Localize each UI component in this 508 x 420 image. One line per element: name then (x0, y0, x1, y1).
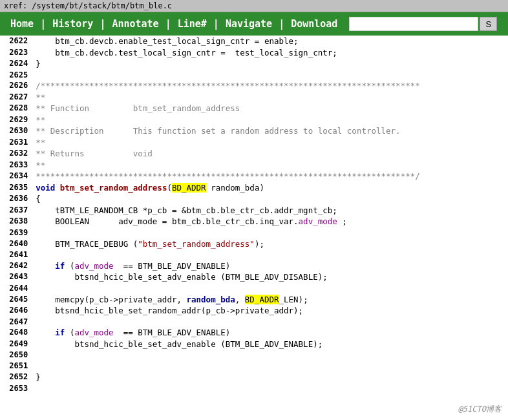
line-number: 2627 (0, 92, 33, 103)
line-number: 2625 (0, 70, 33, 81)
table-row: 2638 BOOLEAN adv_mode = btm_cb.ble_ctr_c… (0, 216, 508, 227)
line-number: 2628 (0, 103, 33, 114)
table-row: 2650 (0, 350, 508, 361)
table-row: 2625 (0, 70, 508, 81)
table-row: 2653 (0, 383, 508, 394)
table-row: 2648 if (adv_mode == BTM_BLE_ADV_ENABLE) (0, 327, 508, 339)
table-row: 2637 tBTM_LE_RANDOM_CB *p_cb = &btm_cb.b… (0, 205, 508, 216)
nav-go-button[interactable]: S (480, 17, 497, 31)
table-row: 2636{ (0, 193, 508, 205)
line-number: 2640 (0, 238, 33, 250)
table-row: 2639 (0, 227, 508, 238)
nav-lineno[interactable]: Line# (171, 14, 213, 34)
line-number: 2630 (0, 125, 33, 137)
nav-annotate[interactable]: Annotate (105, 14, 165, 34)
table-row: 2651 (0, 361, 508, 372)
line-number: 2639 (0, 227, 33, 238)
table-row: 2645 memcpy(p_cb->private_addr, random_b… (0, 294, 508, 306)
table-row: 2642 if (adv_mode == BTM_BLE_ADV_ENABLE) (0, 260, 508, 272)
line-code: BOOLEAN adv_mode = btm_cb.ble_ctr_cb.inq… (33, 216, 508, 227)
line-number: 2638 (0, 216, 33, 227)
line-number: 2647 (0, 317, 33, 328)
line-code (33, 317, 508, 328)
line-number: 2633 (0, 160, 33, 171)
nav-download[interactable]: Download (284, 14, 344, 34)
table-row: 2634************************************… (0, 171, 508, 182)
line-number: 2644 (0, 283, 33, 294)
line-code: ** Function btm_set_random_address (33, 103, 508, 114)
line-code: ** (33, 114, 508, 126)
line-code: btsnd_hcic_ble_set_adv_enable (BTM_BLE_A… (33, 271, 508, 283)
breadcrumb-bar: xref: /system/bt/stack/btm/btm_ble.c (0, 0, 508, 12)
line-number: 2653 (0, 383, 33, 394)
table-row: 2622 btm_cb.devcb.enable_test_local_sign… (0, 36, 508, 47)
breadcrumb-text: xref: /system/bt/stack/btm/btm_ble.c (4, 1, 172, 10)
nav-home[interactable]: Home (4, 14, 40, 34)
table-row: 2646 btsnd_hcic_ble_set_random_addr(p_cb… (0, 305, 508, 317)
table-row: 2623 btm_cb.devcb.test_local_sign_cntr =… (0, 47, 508, 59)
line-code (33, 383, 508, 394)
table-row: 2647 (0, 317, 508, 328)
nav-search-input[interactable] (349, 17, 478, 31)
line-number: 2645 (0, 294, 33, 306)
table-row: 2641 (0, 249, 508, 260)
table-row: 2630** Description This function set a r… (0, 125, 508, 137)
line-code: ** Returns void (33, 148, 508, 160)
line-code (33, 249, 508, 260)
line-code: btsnd_hcic_ble_set_random_addr(p_cb->pri… (33, 305, 508, 317)
table-row: 2629** (0, 114, 508, 126)
line-number: 2642 (0, 260, 33, 272)
line-code: /***************************************… (33, 80, 508, 92)
line-number: 2631 (0, 137, 33, 149)
code-area: 2622 btm_cb.devcb.enable_test_local_sign… (0, 36, 508, 418)
table-row: 2626/***********************************… (0, 80, 508, 92)
line-number: 2648 (0, 327, 33, 339)
table-row: 2652} (0, 372, 508, 383)
line-code: btm_cb.devcb.test_local_sign_cntr = test… (33, 47, 508, 59)
table-row: 2628** Function btm_set_random_address (0, 103, 508, 114)
line-number: 2632 (0, 148, 33, 160)
line-number: 2649 (0, 339, 33, 350)
line-number: 2636 (0, 193, 33, 205)
line-number: 2643 (0, 271, 33, 283)
line-number: 2650 (0, 350, 33, 361)
line-number: 2652 (0, 372, 33, 383)
line-number: 2637 (0, 205, 33, 216)
line-code: ** (33, 92, 508, 103)
line-code: } (33, 58, 508, 70)
line-code: { (33, 193, 508, 205)
line-number: 2622 (0, 36, 33, 47)
line-code: tBTM_LE_RANDOM_CB *p_cb = &btm_cb.ble_ct… (33, 205, 508, 216)
line-number: 2623 (0, 47, 33, 59)
line-number: 2635 (0, 182, 33, 194)
table-row: 2624} (0, 58, 508, 70)
table-row: 2643 btsnd_hcic_ble_set_adv_enable (BTM_… (0, 271, 508, 283)
line-code: btm_cb.devcb.enable_test_local_sign_cntr… (33, 36, 508, 47)
line-code: if (adv_mode == BTM_BLE_ADV_ENABLE) (33, 260, 508, 272)
table-row: 2649 btsnd_hcic_ble_set_adv_enable (BTM_… (0, 339, 508, 350)
nav-navigate[interactable]: Navigate (219, 14, 279, 34)
line-number: 2629 (0, 114, 33, 126)
line-number: 2641 (0, 249, 33, 260)
line-code: ****************************************… (33, 171, 508, 182)
line-number: 2651 (0, 361, 33, 372)
line-code (33, 70, 508, 81)
table-row: 2631** (0, 137, 508, 149)
code-table: 2622 btm_cb.devcb.enable_test_local_sign… (0, 36, 508, 394)
line-code: memcpy(p_cb->private_addr, random_bda, B… (33, 294, 508, 306)
watermark: @51CTO博客 (458, 404, 502, 415)
line-code (33, 283, 508, 294)
line-code: BTM_TRACE_DEBUG ("btm_set_random_address… (33, 238, 508, 250)
line-code (33, 227, 508, 238)
table-row: 2627** (0, 92, 508, 103)
line-number: 2634 (0, 171, 33, 182)
nav-history[interactable]: History (46, 14, 100, 34)
line-number: 2646 (0, 305, 33, 317)
line-code: } (33, 372, 508, 383)
table-row: 2644 (0, 283, 508, 294)
line-code: ** (33, 137, 508, 149)
line-number: 2626 (0, 80, 33, 92)
line-code (33, 361, 508, 372)
nav-bar: Home | History | Annotate | Line# | Navi… (0, 12, 508, 36)
table-row: 2632** Returns void (0, 148, 508, 160)
